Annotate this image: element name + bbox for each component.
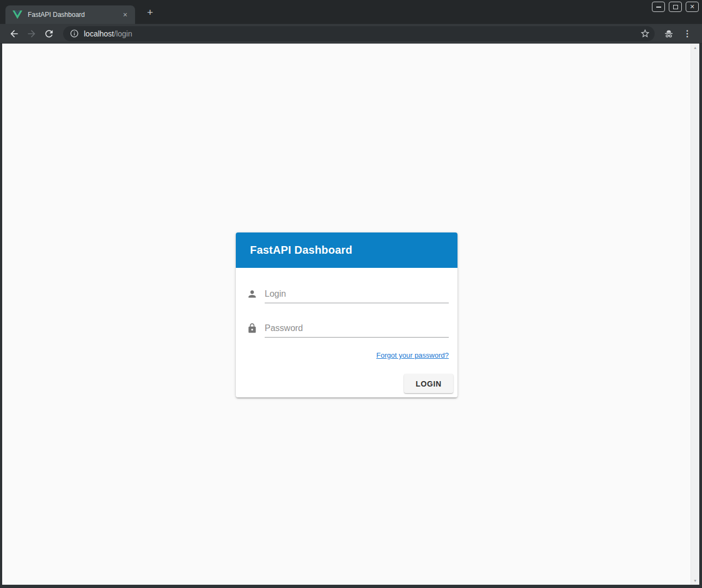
close-window-icon: ✕ xyxy=(689,4,694,10)
scroll-up-icon[interactable]: ▲ xyxy=(693,44,697,52)
browser-menu-button[interactable]: ⋮ xyxy=(681,29,694,38)
login-card-title: FastAPI Dashboard xyxy=(250,244,352,256)
scroll-down-icon[interactable]: ▼ xyxy=(693,577,697,585)
password-field-row xyxy=(247,321,449,338)
vertical-scrollbar[interactable]: ▲ ▼ xyxy=(691,44,699,585)
tab-strip: FastAPI Dashboard × + ✕ xyxy=(0,0,702,24)
maximize-icon xyxy=(673,5,678,9)
login-field-row xyxy=(247,287,449,303)
minimize-icon xyxy=(656,7,661,8)
tab-title: FastAPI Dashboard xyxy=(28,11,120,19)
address-bar[interactable]: localhost/login xyxy=(63,26,655,41)
minimize-button[interactable] xyxy=(652,2,665,12)
person-icon xyxy=(247,289,258,299)
navigation-bar: localhost/login ⋮ xyxy=(0,24,702,44)
password-input[interactable] xyxy=(265,321,449,338)
login-button[interactable]: LOGIN xyxy=(404,374,453,393)
url-path: /login xyxy=(114,29,132,38)
login-card: FastAPI Dashboard Forgot your password? xyxy=(236,232,457,397)
lock-icon xyxy=(247,323,258,334)
url-text: localhost/login xyxy=(84,29,132,38)
new-tab-button[interactable]: + xyxy=(144,7,156,17)
page-info-icon[interactable] xyxy=(69,28,80,39)
forgot-password-link[interactable]: Forgot your password? xyxy=(376,351,449,359)
close-tab-icon[interactable]: × xyxy=(120,10,131,20)
login-card-actions: LOGIN xyxy=(404,374,453,393)
url-host: localhost xyxy=(84,29,114,38)
login-card-body: Forgot your password? xyxy=(236,268,457,360)
incognito-icon xyxy=(663,28,674,39)
forgot-password-row: Forgot your password? xyxy=(247,350,449,360)
forward-button[interactable] xyxy=(26,28,37,39)
login-input[interactable] xyxy=(265,287,449,303)
close-window-button[interactable]: ✕ xyxy=(686,2,699,12)
vue-favicon-icon xyxy=(13,10,22,19)
window-controls: ✕ xyxy=(652,2,699,12)
maximize-button[interactable] xyxy=(669,2,682,12)
login-card-header: FastAPI Dashboard xyxy=(236,232,457,268)
browser-window: FastAPI Dashboard × + ✕ localhost/login xyxy=(0,0,702,588)
page-content: FastAPI Dashboard Forgot your password? xyxy=(0,44,702,588)
browser-tab[interactable]: FastAPI Dashboard × xyxy=(5,5,135,24)
bookmark-star-icon[interactable] xyxy=(639,28,650,39)
back-button[interactable] xyxy=(9,28,20,39)
reload-button[interactable] xyxy=(44,28,54,39)
